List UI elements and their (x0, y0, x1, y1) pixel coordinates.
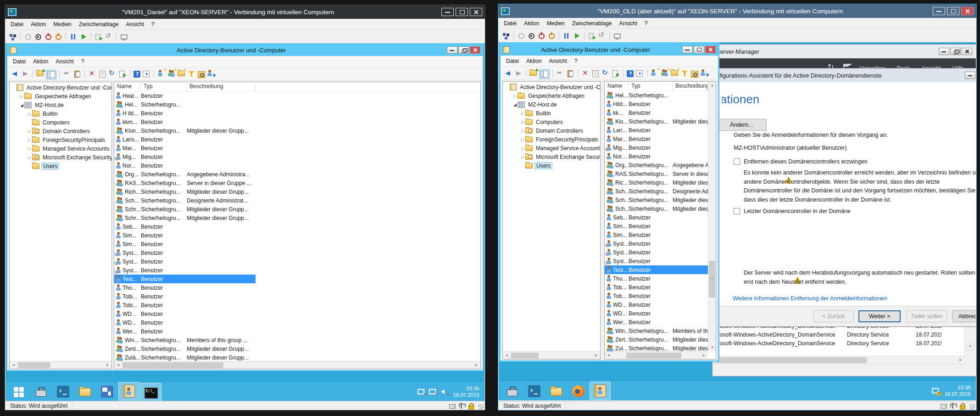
drive-icon[interactable] (940, 402, 947, 410)
table-row[interactable]: ↓Syst...Benutzer (605, 239, 708, 248)
table-row[interactable]: Win...Sicherheitsgru...Members of this g (605, 326, 708, 335)
table-row[interactable]: RAS...Sicherheitsgru...Server in dieser … (114, 179, 256, 187)
table-row[interactable]: WD...Benutzer (605, 309, 708, 318)
expander-closed-icon[interactable]: ▷ (27, 138, 32, 142)
table-row[interactable]: Sch...Sicherheitsgru...Mitglieder dieser… (605, 196, 708, 204)
turn-off-icon[interactable] (44, 33, 52, 41)
show-pane-icon[interactable] (635, 69, 644, 78)
table-row[interactable]: Schr...Sicherheitsgru...Mitglieder diese… (114, 214, 256, 222)
back-button[interactable]: < Zurück (813, 310, 854, 322)
tree-item-active-directory-benutzer-und-computer[interactable]: Active Directory-Benutzer und -Computer (503, 83, 600, 91)
new-ou-icon[interactable]: ✦ (178, 70, 186, 78)
expander-closed-icon[interactable]: ▷ (27, 129, 32, 134)
minimize-button[interactable] (965, 72, 975, 79)
menu-item-ansicht[interactable]: Ansicht (615, 19, 640, 28)
expander-closed-icon[interactable]: ▷ (27, 146, 32, 151)
play-icon[interactable] (573, 32, 581, 40)
expander-closed-icon[interactable]: ▷ (27, 155, 32, 160)
close-button[interactable] (470, 8, 482, 16)
menu-item-help[interactable]: ? (148, 20, 158, 29)
table-row[interactable]: WD...Benutzer (114, 309, 256, 318)
expander-open-icon[interactable]: ◢ (512, 102, 518, 107)
shutdown-icon[interactable] (54, 33, 62, 41)
close-button[interactable] (962, 48, 972, 55)
show-tree-icon[interactable] (47, 71, 55, 78)
tray-audio-muted-icon[interactable]: ✕ (440, 388, 449, 396)
minimize-button[interactable] (441, 8, 454, 16)
table-row[interactable]: ↓Syst...Benutzer (114, 266, 256, 275)
table-row[interactable]: Zert...Sicherheitsgru...Mitglieder diese… (605, 335, 708, 344)
taskbar-server-manager-button[interactable] (501, 382, 523, 400)
expander-closed-icon[interactable]: ▷ (19, 94, 24, 99)
tree-item-foreignsecurityprincipals[interactable]: ▷ForeignSecurityPrincipals (503, 135, 600, 144)
demote-button[interactable]: Tiefer stufen (906, 310, 947, 322)
tree-item-mz-host-de[interactable]: ◢MZ-Host.de (10, 101, 111, 109)
column-header-beschreibung[interactable]: Beschreibung (673, 82, 709, 91)
scroll-left-icon[interactable]: ◂ (503, 352, 511, 359)
table-row[interactable]: Tobi...Benutzer (114, 292, 256, 301)
table-row[interactable]: Zulä...Sicherheitsgru...Mitglieder diese… (114, 353, 256, 361)
forward-icon[interactable] (514, 69, 523, 78)
scroll-right-icon[interactable]: ▸ (957, 356, 964, 364)
table-row[interactable]: Tobi...Benutzer (114, 301, 256, 309)
maximize-button[interactable] (694, 46, 704, 53)
menu-item-datei[interactable]: Datei (9, 57, 29, 66)
usb-icon[interactable] (949, 402, 957, 410)
taskbar-explorer-button[interactable] (546, 382, 567, 400)
pause-icon[interactable] (562, 32, 571, 40)
expander-closed-icon[interactable]: ▷ (520, 155, 525, 159)
taskbar-aduc-button[interactable] (118, 382, 139, 400)
checkbox[interactable] (734, 208, 740, 214)
pause-icon[interactable] (69, 33, 78, 41)
menu-item-datei[interactable]: Datei (500, 19, 520, 28)
table-row[interactable]: Zul...Sicherheitsgru...Mitglieder dieser… (605, 344, 708, 351)
table-row[interactable]: Seb...Benutzer (605, 213, 708, 222)
remote-icon[interactable] (120, 33, 128, 41)
table-row[interactable]: Schr...Sicherheitsgru...Mitglieder diese… (114, 205, 256, 214)
menu-item-medien[interactable]: Medien (543, 19, 568, 28)
show-pane-icon[interactable] (142, 70, 150, 78)
menu-item-help[interactable]: ? (78, 57, 88, 66)
revert-icon[interactable] (598, 32, 606, 40)
lock-icon[interactable] (958, 402, 966, 410)
table-row[interactable]: ↓Mig...Benutzer (605, 143, 708, 152)
table-row[interactable]: Seb...Benutzer (114, 222, 256, 231)
expander-closed-icon[interactable]: ▷ (27, 112, 32, 116)
up-level-icon[interactable] (529, 69, 538, 78)
table-row[interactable]: Klo...Sicherheitsgru...Mitglieder dieser… (605, 117, 708, 126)
drive-icon[interactable] (449, 402, 456, 410)
power-icon[interactable] (517, 32, 525, 40)
stop-icon[interactable] (527, 32, 535, 40)
checkpoint-icon[interactable] (95, 33, 103, 41)
properties-icon[interactable] (591, 69, 600, 78)
table-row[interactable]: Sim...Benutzer (114, 231, 256, 240)
tree-item-builtin[interactable]: ▷Builtin (503, 109, 600, 118)
table-row[interactable]: Nor...Benutzer (114, 161, 256, 170)
tree-item-domain-controllers[interactable]: ▷Domain Controllers (503, 126, 600, 135)
wizard-titlebar[interactable]: Konfigurations-Assistent für die Active … (716, 68, 976, 82)
scroll-up-icon[interactable]: ▴ (708, 82, 716, 89)
menu-item-zwischenablage[interactable]: Zwischenablage (75, 20, 122, 29)
table-row[interactable]: Mar...Benutzer (114, 144, 256, 152)
table-row[interactable]: Lari...Benutzer (605, 126, 708, 135)
more-info-link[interactable]: Weitere Informationen Entfernung der Anm… (733, 295, 887, 302)
menu-item-aktion[interactable]: Aktion (523, 56, 545, 66)
scroll-left-icon[interactable]: ◂ (10, 361, 17, 369)
change-credentials-button[interactable]: Ändern... (716, 119, 767, 131)
menu-item-zwischenablage[interactable]: Zwischenablage (568, 19, 616, 28)
stop-icon[interactable] (34, 33, 42, 41)
clock[interactable]: 23:35 18.07.2015 (944, 384, 971, 397)
clock[interactable]: 23:35 18.07.2015 (453, 385, 479, 398)
table-row[interactable]: Sim...Benutzer (605, 230, 708, 239)
table-row[interactable]: Tob...Benutzer (605, 283, 708, 292)
revert-icon[interactable] (105, 33, 113, 41)
next-button[interactable]: Weiter > (858, 310, 901, 322)
table-row[interactable]: Nor...Benutzer (605, 152, 708, 161)
restore-button[interactable] (458, 46, 469, 54)
scroll-left-icon[interactable]: ◂ (114, 361, 122, 369)
turn-off-icon[interactable] (537, 32, 546, 40)
menu-item-aktion[interactable]: Aktion (520, 19, 543, 28)
scroll-left-icon[interactable]: ◂ (605, 352, 612, 359)
last-dc-checkbox-row[interactable]: Letzter Domänencontroller in der Domäne (734, 208, 851, 214)
tree-item-domain-controllers[interactable]: ▷Domain Controllers (10, 127, 111, 135)
